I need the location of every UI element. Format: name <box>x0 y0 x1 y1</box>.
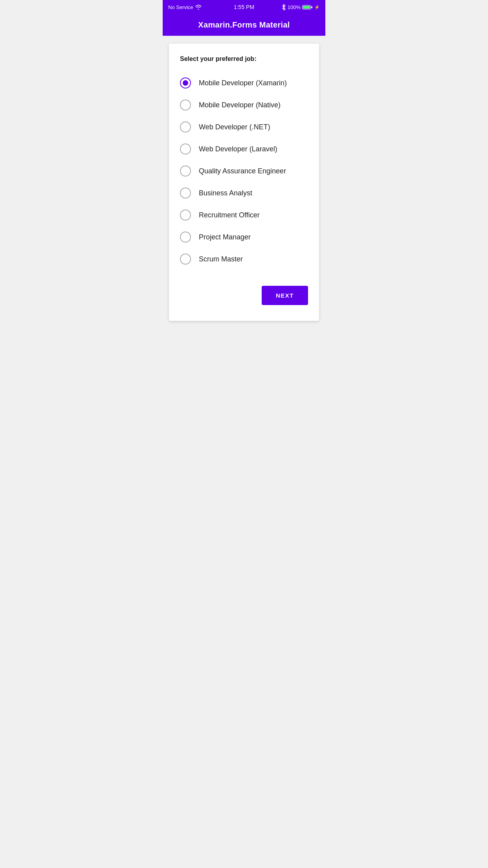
radio-item-opt4[interactable]: Web Developer (Laravel) <box>180 138 308 160</box>
form-label: Select your preferred job: <box>180 55 308 63</box>
carrier-text: No Service <box>168 4 193 10</box>
status-bar: No Service 1:55 PM 100% ⚡ <box>163 0 325 14</box>
radio-button-opt6[interactable] <box>180 188 191 199</box>
radio-button-opt7[interactable] <box>180 210 191 221</box>
radio-item-opt5[interactable]: Quality Assurance Engineer <box>180 160 308 182</box>
next-button-row: NEXT <box>180 286 308 305</box>
radio-button-opt5[interactable] <box>180 166 191 177</box>
radio-button-opt3[interactable] <box>180 121 191 132</box>
radio-item-opt8[interactable]: Project Manager <box>180 226 308 248</box>
radio-item-opt2[interactable]: Mobile Developer (Native) <box>180 94 308 116</box>
radio-label-opt2: Mobile Developer (Native) <box>199 101 281 109</box>
radio-label-opt8: Project Manager <box>199 233 251 241</box>
next-button[interactable]: NEXT <box>262 286 308 305</box>
radio-item-opt3[interactable]: Web Developer (.NET) <box>180 116 308 138</box>
radio-button-opt2[interactable] <box>180 99 191 110</box>
radio-item-opt7[interactable]: Recruitment Officer <box>180 204 308 226</box>
radio-label-opt5: Quality Assurance Engineer <box>199 167 286 175</box>
radio-item-opt6[interactable]: Business Analyst <box>180 182 308 204</box>
battery-percent: 100% <box>288 4 301 10</box>
charging-icon: ⚡ <box>314 5 320 10</box>
radio-group: Mobile Developer (Xamarin)Mobile Develop… <box>180 72 308 270</box>
radio-button-opt8[interactable] <box>180 232 191 243</box>
form-card: Select your preferred job: Mobile Develo… <box>169 44 319 321</box>
radio-item-opt1[interactable]: Mobile Developer (Xamarin) <box>180 72 308 94</box>
app-title: Xamarin.Forms Material <box>198 20 290 29</box>
radio-button-opt1[interactable] <box>180 77 191 88</box>
battery-icon <box>302 5 312 9</box>
bluetooth-icon <box>281 4 286 10</box>
wifi-icon <box>195 5 202 10</box>
page-content: Select your preferred job: Mobile Develo… <box>163 36 325 329</box>
radio-label-opt6: Business Analyst <box>199 189 252 197</box>
radio-label-opt9: Scrum Master <box>199 255 243 263</box>
app-header: Xamarin.Forms Material <box>163 14 325 36</box>
radio-label-opt7: Recruitment Officer <box>199 211 260 219</box>
radio-label-opt1: Mobile Developer (Xamarin) <box>199 79 287 87</box>
status-right: 100% ⚡ <box>281 4 320 10</box>
radio-button-opt9[interactable] <box>180 254 191 265</box>
status-left: No Service <box>168 4 202 10</box>
time-display: 1:55 PM <box>234 4 254 10</box>
radio-button-opt4[interactable] <box>180 143 191 154</box>
radio-label-opt3: Web Developer (.NET) <box>199 123 270 131</box>
radio-label-opt4: Web Developer (Laravel) <box>199 145 277 153</box>
radio-item-opt9[interactable]: Scrum Master <box>180 248 308 270</box>
